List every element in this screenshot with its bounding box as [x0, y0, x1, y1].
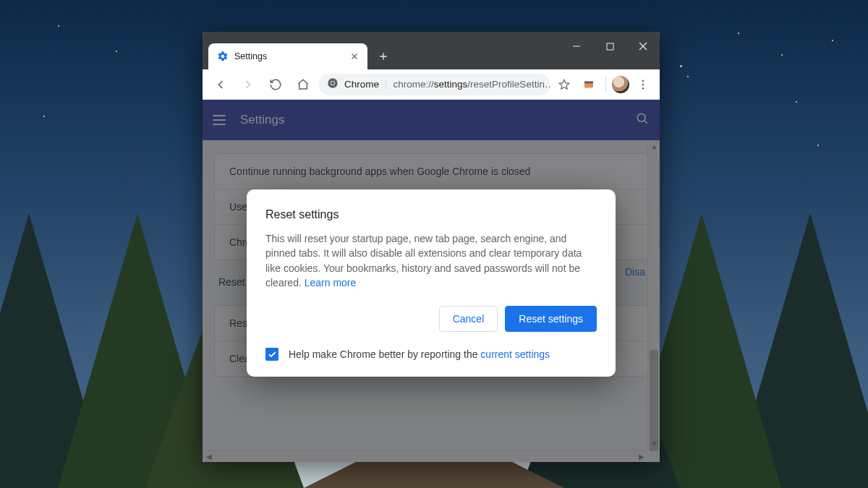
chrome-icon — [327, 77, 339, 91]
security-chip: Chrome — [344, 79, 379, 90]
address-bar[interactable]: Chrome | chrome://settings/resetProfileS… — [318, 74, 550, 95]
reload-button[interactable] — [263, 72, 288, 97]
home-button[interactable] — [291, 72, 315, 97]
gear-icon — [217, 51, 229, 62]
svg-rect-5 — [584, 81, 593, 83]
profile-avatar[interactable] — [612, 76, 629, 93]
svg-point-3 — [331, 82, 335, 85]
svg-rect-0 — [607, 43, 613, 50]
dialog-title: Reset settings — [265, 208, 597, 221]
tab-title: Settings — [234, 51, 343, 61]
dialog-body: This will reset your startup page, new t… — [265, 231, 597, 290]
reset-settings-button[interactable]: Reset settings — [505, 306, 597, 332]
new-tab-button[interactable] — [373, 46, 393, 67]
browser-tab[interactable]: Settings — [208, 43, 367, 69]
tab-close-button[interactable] — [349, 51, 360, 62]
cancel-button[interactable]: Cancel — [439, 306, 498, 332]
toolbar: Chrome | chrome://settings/resetProfileS… — [203, 69, 660, 100]
chrome-window: Settings Chrome | chrome://settings/rese… — [203, 32, 660, 462]
svg-point-8 — [642, 87, 644, 89]
learn-more-link[interactable]: Learn more — [305, 277, 357, 288]
forward-button[interactable] — [236, 72, 260, 97]
window-close-button[interactable] — [626, 32, 660, 61]
minimize-button[interactable] — [560, 32, 593, 61]
checkbox-label: Help make Chrome better by reporting the… — [289, 348, 550, 360]
current-settings-link[interactable]: current settings — [480, 348, 550, 360]
titlebar: Settings — [203, 32, 660, 69]
report-checkbox[interactable] — [265, 348, 278, 361]
bookmark-star-button[interactable] — [553, 74, 575, 95]
extension-icon[interactable] — [578, 74, 600, 95]
maximize-button[interactable] — [593, 32, 626, 61]
svg-point-7 — [642, 83, 644, 85]
back-button[interactable] — [208, 72, 233, 97]
reset-settings-dialog: Reset settings This will reset your star… — [247, 189, 616, 377]
chrome-menu-button[interactable] — [632, 74, 654, 95]
window-controls — [560, 32, 660, 61]
svg-point-6 — [642, 80, 644, 82]
